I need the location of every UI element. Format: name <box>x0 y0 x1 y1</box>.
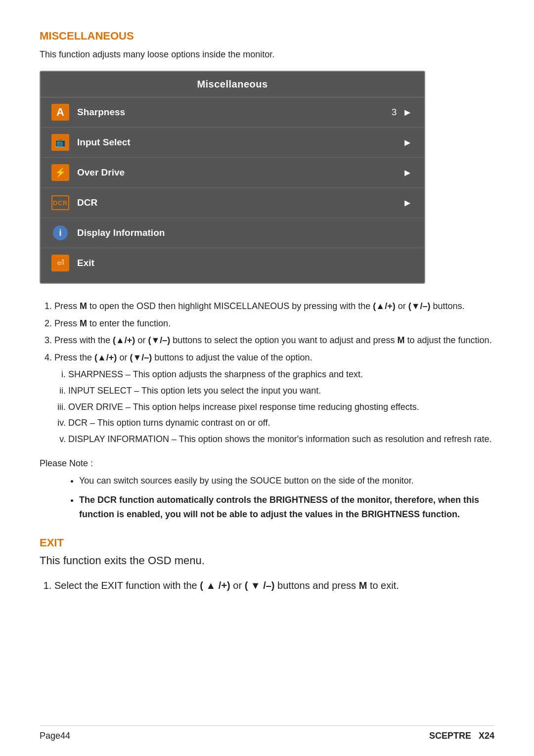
osd-menu-box: Miscellaneous A Sharpness 3 ► 📺 Input Se… <box>40 71 425 284</box>
page-footer: Page44 SCEPTRE X24 <box>40 725 494 741</box>
exit-instruction-1: Select the EXIT function with the ( ▲ /+… <box>54 577 494 594</box>
sub-instruction-ii: INPUT SELECT – This option lets you sele… <box>68 383 494 399</box>
exit-intro: This function exits the OSD menu. <box>40 554 494 567</box>
instruction-3: Press with the (▲/+) or (▼/–) buttons to… <box>54 333 494 348</box>
sub-instruction-iv: DCR – This option turns dynamic contrast… <box>68 415 494 431</box>
footer-brand-model: SCEPTRE X24 <box>429 731 494 741</box>
sharpness-icon: A <box>51 104 69 121</box>
osd-row-sharpness: A Sharpness 3 ► <box>41 97 424 128</box>
osd-row-display-info: i Display Information <box>41 218 424 248</box>
sharpness-value: 3 <box>392 107 397 118</box>
exit-instructions: Select the EXIT function with the ( ▲ /+… <box>40 577 494 594</box>
instruction-4: Press the (▲/+) or (▼/–) buttons to adju… <box>54 350 494 447</box>
note-1: You can switch sources easily by using t… <box>79 474 494 488</box>
misc-heading: MISCELLANEOUS <box>40 30 494 43</box>
exit-icon-wrapper: ⏎ <box>50 254 70 272</box>
instruction-1: Press M to open the OSD then highlight M… <box>54 299 494 314</box>
osd-row-dcr: DCR DCR ► <box>41 188 424 218</box>
dcr-icon-wrapper: DCR <box>50 194 70 212</box>
exit-icon: ⏎ <box>51 255 69 271</box>
dcr-icon: DCR <box>51 195 69 210</box>
sharpness-icon-wrapper: A <box>50 103 70 121</box>
display-info-icon: i <box>53 225 68 240</box>
sharpness-label: Sharpness <box>77 107 392 118</box>
over-drive-icon-wrapper: ⚡ <box>50 164 70 181</box>
over-drive-label: Over Drive <box>77 167 402 178</box>
misc-instructions: Press M to open the OSD then highlight M… <box>40 299 494 446</box>
sharpness-arrow-icon: ► <box>402 107 412 118</box>
exit-heading: EXIT <box>40 536 494 549</box>
over-drive-arrow-icon: ► <box>402 167 412 178</box>
dcr-label: DCR <box>77 197 402 208</box>
exit-label: Exit <box>77 258 412 268</box>
please-note-section: Please Note : You can switch sources eas… <box>40 458 494 521</box>
input-select-arrow-icon: ► <box>402 137 412 148</box>
sub-instruction-iii: OVER DRIVE – This option helps increase … <box>68 400 494 415</box>
osd-row-over-drive: ⚡ Over Drive ► <box>41 158 424 188</box>
note-2: The DCR function automatically controls … <box>79 493 494 522</box>
osd-title: Miscellaneous <box>41 72 424 97</box>
misc-intro: This function adjusts many loose options… <box>40 49 494 60</box>
sub-instruction-i: SHARPNESS – This option adjusts the shar… <box>68 367 494 382</box>
over-drive-icon: ⚡ <box>51 164 69 181</box>
footer-page: Page44 <box>40 731 70 741</box>
input-select-icon: 📺 <box>51 134 69 151</box>
please-note-label: Please Note : <box>40 458 494 469</box>
instruction-2: Press M to enter the function. <box>54 316 494 331</box>
osd-row-exit: ⏎ Exit <box>41 248 424 278</box>
dcr-arrow-icon: ► <box>402 197 412 209</box>
display-info-label: Display Information <box>77 227 412 238</box>
input-select-icon-wrapper: 📺 <box>50 133 70 151</box>
input-select-label: Input Select <box>77 137 402 148</box>
display-info-icon-wrapper: i <box>50 224 70 242</box>
osd-row-input-select: 📺 Input Select ► <box>41 128 424 158</box>
sub-instruction-v: DISPLAY INFORMATION – This option shows … <box>68 432 494 447</box>
